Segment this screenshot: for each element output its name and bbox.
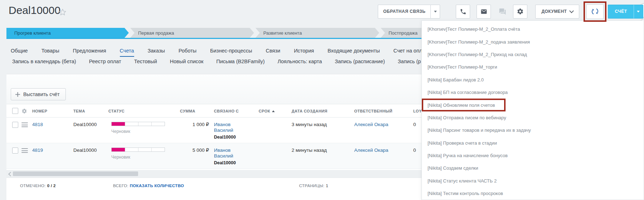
invoice-created: 2 минуты назад	[289, 143, 352, 169]
bp-menu-item-6[interactable]: [Nikita] БП на согласование договора	[422, 86, 644, 99]
tab-loyalnost-karta[interactable]: Лояльность: карта	[278, 58, 322, 65]
col-header-due[interactable]: СРОК	[257, 104, 289, 118]
total-label: ВСЕГО:	[113, 184, 128, 188]
gear-icon	[517, 8, 524, 15]
row-menu-icon[interactable]	[21, 148, 28, 153]
pipeline-stage-1[interactable]: Прогрев клиента	[6, 28, 129, 38]
tab-zapis-raspisanie[interactable]: Запись (расписание)	[335, 58, 385, 65]
tab-istoriya[interactable]: История	[294, 47, 314, 55]
show-count-link[interactable]: ПОКАЗАТЬ КОЛИЧЕСТВО	[130, 184, 184, 188]
row-checkbox[interactable]	[12, 122, 18, 128]
bp-menu-item-13[interactable]: [Nikita] Статус клиента ЧАСТЬ 2	[422, 175, 644, 187]
bp-menu-item-10[interactable]: [Nikita] Проверка счета в стадии	[422, 137, 644, 149]
tab-schet-na-oplatu[interactable]: Счет на опла	[394, 47, 425, 55]
row-menu-icon[interactable]	[21, 122, 28, 127]
bp-menu-item-7-highlighted[interactable]: [Nikita] Обновляем поля счетов	[422, 99, 506, 111]
checked-value: 0 / 2	[47, 184, 56, 188]
tab-svyazi[interactable]: Связи	[266, 47, 280, 55]
business-process-icon	[590, 7, 600, 16]
invoice-created: 3 минуты назад	[289, 118, 352, 143]
responsible-link[interactable]: Алексей Окара	[354, 148, 388, 153]
bp-menu-item-3[interactable]: [Khorsev]Тест Полимер-М_2_Приход на скла…	[422, 48, 644, 61]
status-progress-bar	[111, 122, 165, 126]
settings-button[interactable]	[513, 5, 527, 19]
tab-biznes-processy[interactable]: Бизнес-процессы	[210, 47, 252, 55]
invoice-dropdown-button[interactable]	[634, 5, 643, 19]
tab-vhodyashchie-dokumenty[interactable]: Входящие документы	[328, 47, 380, 55]
tab-zapis-r[interactable]: Запись (р	[398, 58, 421, 65]
status-progress-bar	[111, 148, 165, 152]
sort-asc-icon	[272, 110, 275, 112]
caret-down-icon	[637, 11, 640, 12]
highlight-box-bp-button	[584, 1, 606, 22]
tab-tovary[interactable]: Товары	[42, 47, 59, 55]
checked-counter: ОТМЕЧЕНО:0 / 2	[20, 184, 56, 188]
col-header-status[interactable]: СТАТУС	[106, 104, 178, 118]
deal-page: Deal10000 ОБРАТНАЯ СВЯЗЬ ДОКУМЕНТ	[0, 0, 644, 200]
feedback-dropdown-button[interactable]	[430, 5, 440, 19]
feedback-button[interactable]: ОБРАТНАЯ СВЯЗЬ	[378, 5, 430, 19]
tab-zakazy[interactable]: Заказы	[148, 47, 165, 55]
tab-roboty[interactable]: Роботы	[179, 47, 196, 55]
tab-predlozheniya[interactable]: Предложения	[73, 47, 106, 55]
bp-menu-item-2[interactable]: [Khorsev]Тест Полимер-М_2_подача заявлен…	[422, 35, 644, 48]
add-invoice-button[interactable]: Выставить счёт	[11, 88, 66, 100]
due-label: СРОК	[259, 109, 270, 113]
col-header-number[interactable]: НОМЕР	[30, 104, 71, 118]
responsible-link[interactable]: Алексей Окара	[354, 122, 388, 127]
tab-scheta-active[interactable]: Счета	[120, 47, 134, 55]
col-header-created[interactable]: ДАТА СОЗДАНИЯ	[289, 104, 352, 118]
bp-menu-item-4[interactable]: [Khorsev]Тест Полимер-М_торги	[422, 61, 644, 73]
bp-menu-item-9[interactable]: [Nikita] Парсинг товаров и передача их в…	[422, 124, 644, 136]
table-row-4819: 4819 Deal10000 Черновик 5 000 ₽ Иванов В…	[6, 143, 440, 169]
bp-menu-item-5[interactable]: [Nikita] Барабан лидов 2.0	[422, 74, 644, 86]
grid-settings-gear-icon[interactable]	[21, 108, 28, 114]
checked-label: ОТМЕЧЕНО:	[20, 184, 46, 188]
table-row-4818: 4818 Deal10000 Черновик 1 000 ₽ Иванов В…	[6, 118, 440, 143]
email-button[interactable]	[477, 5, 491, 19]
favorite-star-icon[interactable]	[58, 8, 67, 16]
scrollbar-thumb[interactable]	[13, 171, 138, 176]
tab-pisma-b2bfamily[interactable]: Письма (B2BFamily)	[216, 58, 265, 65]
mail-icon	[480, 8, 487, 15]
bp-menu-item-14[interactable]: [Nikita] Тестим контроль просроков	[422, 187, 644, 200]
invoice-number-link[interactable]: 4818	[32, 122, 43, 127]
invoice-number-link[interactable]: 4819	[32, 148, 43, 153]
stage-label: Развитие клиента	[263, 30, 302, 36]
tab-testovyj[interactable]: Тестовый	[134, 58, 157, 65]
invoice-sum: 1 000 ₽	[178, 118, 212, 143]
stage-label: Прогрев клиента	[14, 30, 51, 36]
tab-zapis-v-kalendar[interactable]: Запись в календарь (бета)	[12, 58, 76, 65]
col-header-responsible[interactable]: ОТВЕТСТВЕННЫЙ	[352, 104, 411, 118]
invoice-button[interactable]: СЧЁТ	[608, 5, 633, 19]
invoice-label: СЧЁТ	[615, 9, 627, 14]
col-header-linked[interactable]: СВЯЗАНО С	[212, 104, 257, 118]
linked-contact-link[interactable]: Иванов Василий	[214, 148, 237, 159]
bp-menu-item-8[interactable]: [Nikita] Отправка писем по вебинару	[422, 111, 644, 124]
scroll-left-icon[interactable]	[8, 172, 13, 176]
chat-button[interactable]	[496, 5, 509, 19]
linked-deal: Deal10000	[214, 134, 254, 140]
select-all-checkbox[interactable]	[12, 108, 18, 114]
linked-contact-link[interactable]: Иванов Василий	[214, 122, 237, 133]
tab-reestr-oplat[interactable]: Реестр оплат	[89, 58, 121, 65]
invoice-theme: Deal10000	[71, 118, 106, 143]
row-checkbox[interactable]	[12, 148, 18, 154]
bp-menu-item-12[interactable]: [Nikita] Создаем сделки	[422, 162, 644, 174]
col-header-sum[interactable]: СУММА	[178, 104, 212, 118]
pipeline-stage-3[interactable]: Развитие клиента	[255, 28, 379, 38]
col-header-theme[interactable]: ТЕМА	[71, 104, 106, 118]
tab-novyj-spisok[interactable]: Новый список	[170, 58, 204, 65]
document-button[interactable]: ДОКУМЕНТ	[535, 5, 579, 19]
business-process-button[interactable]	[586, 4, 604, 19]
bp-menu-item-1[interactable]: [Khorsev]Тест Полимер-М_2_Оплата счёта	[422, 23, 644, 35]
chat-icon	[499, 8, 506, 15]
tab-obshchie[interactable]: Общие	[11, 47, 28, 55]
add-invoice-label: Выставить счёт	[23, 91, 60, 97]
pipeline-stage-2[interactable]: Первая продажа	[130, 28, 254, 38]
stage-label: Постпродажа	[389, 30, 418, 36]
bp-menu-item-11[interactable]: [Nikita] Ручка на начисление бонусов	[422, 149, 644, 162]
call-button[interactable]	[456, 5, 470, 19]
phone-icon	[460, 8, 467, 15]
feedback-label: ОБРАТНАЯ СВЯЗЬ	[383, 9, 425, 14]
